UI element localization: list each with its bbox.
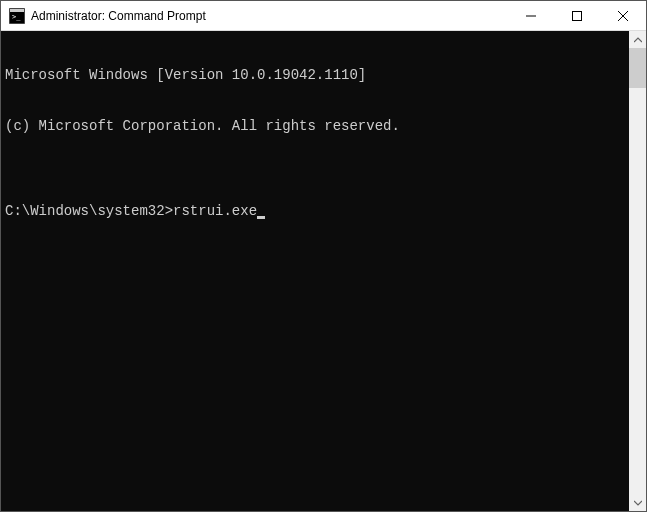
vertical-scrollbar[interactable]: [629, 31, 646, 511]
command-prompt-window: >_ Administrator: Command Prompt Microso…: [0, 0, 647, 512]
version-line: Microsoft Windows [Version 10.0.19042.11…: [5, 67, 625, 84]
chevron-up-icon: [634, 36, 642, 44]
svg-text:>_: >_: [12, 13, 21, 21]
chevron-down-icon: [634, 499, 642, 507]
prompt-line: C:\Windows\system32>rstrui.exe: [5, 203, 625, 220]
minimize-icon: [526, 11, 536, 21]
close-button[interactable]: [600, 1, 646, 30]
prompt-text: C:\Windows\system32>: [5, 203, 173, 220]
cursor: [257, 216, 265, 219]
window-title: Administrator: Command Prompt: [31, 9, 508, 23]
minimize-button[interactable]: [508, 1, 554, 30]
client-area: Microsoft Windows [Version 10.0.19042.11…: [1, 31, 646, 511]
close-icon: [618, 11, 628, 21]
terminal-output[interactable]: Microsoft Windows [Version 10.0.19042.11…: [1, 31, 629, 511]
scroll-thumb[interactable]: [629, 48, 646, 88]
titlebar[interactable]: >_ Administrator: Command Prompt: [1, 1, 646, 31]
svg-rect-1: [10, 9, 24, 12]
command-text: rstrui.exe: [173, 203, 257, 220]
scroll-up-button[interactable]: [629, 31, 646, 48]
window-controls: [508, 1, 646, 30]
cmd-icon: >_: [9, 8, 25, 24]
scroll-down-button[interactable]: [629, 494, 646, 511]
scroll-track[interactable]: [629, 48, 646, 494]
maximize-button[interactable]: [554, 1, 600, 30]
copyright-line: (c) Microsoft Corporation. All rights re…: [5, 118, 625, 135]
svg-rect-4: [573, 11, 582, 20]
maximize-icon: [572, 11, 582, 21]
